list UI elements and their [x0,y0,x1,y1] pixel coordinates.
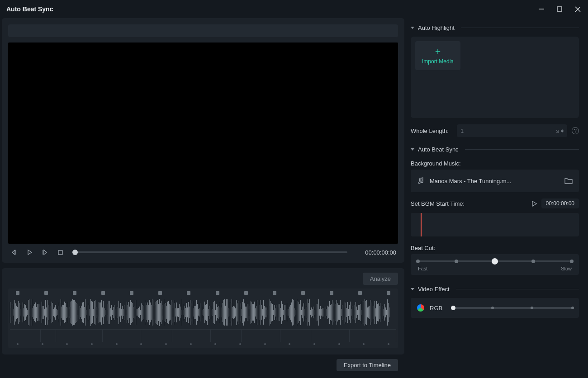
beat-cut-slider[interactable] [418,260,572,262]
main-waveform[interactable] [10,296,396,329]
maximize-button[interactable] [555,5,564,13]
seek-bar[interactable] [75,251,347,253]
timeline-segments[interactable] [10,329,396,342]
section-auto-beat-sync[interactable]: Auto Beat Sync [411,143,579,156]
next-frame-button[interactable] [41,248,49,256]
slider-stop [455,260,458,263]
video-preview[interactable] [8,43,398,244]
chevron-down-icon [411,148,414,151]
bgm-label: Background Music: [411,160,579,167]
section-auto-highlight[interactable]: Auto Highlight [411,22,579,34]
music-note-icon [417,177,424,184]
bgm-file-box: Manos Mars - The Tunning.m... [411,170,579,192]
slider-stop [531,260,535,263]
section-title: Video Effect [418,286,450,293]
timeline-ticks [10,342,396,346]
window-title: Auto Beat Sync [6,5,53,13]
bgm-start-time[interactable]: 00:00:00:00 [541,198,579,208]
preview-tabs [8,24,398,37]
playback-bar: 00:00:00:00 [8,244,398,256]
right-panel: Auto Highlight ＋ Import Media Whole Leng… [409,18,586,376]
window-controls [537,5,582,13]
prev-frame-button[interactable] [10,248,18,256]
rgb-icon [417,304,424,312]
help-icon[interactable]: ? [572,127,579,134]
slider-stop [571,307,574,309]
beat-cut-slider-box: Fast Slow [411,254,579,275]
stop-button[interactable] [56,248,64,256]
close-button[interactable] [574,5,582,13]
folder-icon[interactable] [564,177,573,184]
whole-length-row: Whole Length: 1 s ? [411,124,579,137]
whole-length-label: Whole Length: [411,128,452,134]
slider-stop [570,260,574,263]
app-window: Auto Beat Sync [0,0,588,378]
seek-thumb[interactable] [72,250,78,255]
stepper-icon[interactable] [561,129,564,132]
beat-cut-fast-label: Fast [418,266,427,271]
play-button[interactable] [25,248,33,256]
svg-marker-8 [44,250,47,255]
bgm-start-label: Set BGM Start Time: [411,200,465,207]
svg-rect-1 [557,7,562,11]
analyze-button[interactable]: Analyze [363,273,398,285]
section-title: Auto Beat Sync [418,146,459,153]
footer-bar: Export to Timeline [2,354,404,371]
import-media-label: Import Media [422,58,454,65]
slider-thumb[interactable] [451,306,455,310]
beat-cut-slow-label: Slow [561,266,572,271]
whole-length-value: 1 [460,128,464,134]
media-drop-zone[interactable]: ＋ Import Media [411,37,579,118]
section-title: Auto Highlight [418,24,455,31]
whole-length-unit: s [556,128,560,134]
timecode-display: 00:00:00:00 [358,249,396,256]
slider-stop [531,307,533,309]
bgm-filename: Manos Mars - The Tunning.m... [430,178,559,184]
beat-cut-label: Beat Cut: [411,245,579,251]
export-timeline-button[interactable]: Export to Timeline [337,359,398,371]
svg-marker-10 [532,201,536,206]
bgm-start-time-row: Set BGM Start Time: 00:00:00:00 [411,198,579,208]
effect-name: RGB [430,305,448,312]
slider-stop [416,260,420,263]
effect-intensity-slider[interactable] [453,307,573,309]
plus-icon: ＋ [433,47,442,56]
minimize-button[interactable] [537,5,545,13]
slider-thumb[interactable] [492,258,498,265]
effect-row-rgb[interactable]: RGB [411,298,579,318]
bgm-play-button[interactable] [531,201,537,207]
svg-marker-6 [28,250,32,255]
titlebar: Auto Beat Sync [0,0,588,18]
whole-length-input[interactable]: 1 s [457,124,567,137]
bgm-playhead[interactable] [421,213,422,236]
import-media-button[interactable]: ＋ Import Media [415,41,460,70]
svg-rect-9 [58,250,62,255]
analyze-panel: Analyze [2,268,404,354]
chevron-down-icon [411,288,414,290]
bgm-waveform[interactable] [411,213,579,236]
slider-stop [491,307,494,309]
svg-marker-4 [12,250,15,255]
section-video-effect[interactable]: Video Effect [411,283,579,295]
preview-panel: 00:00:00:00 [2,18,404,263]
chevron-down-icon [411,27,414,29]
timeline-waveform-box [8,288,398,348]
beat-markers [10,291,396,296]
left-panel: 00:00:00:00 Analyze Export to Timeline [2,18,404,376]
